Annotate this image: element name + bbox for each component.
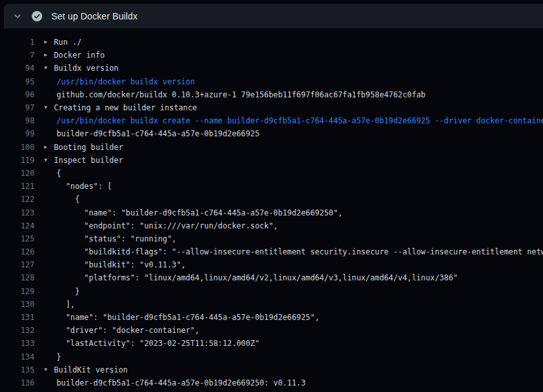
line-number[interactable]: 131	[0, 313, 34, 322]
log-text: {	[57, 195, 80, 204]
line-number[interactable]: 136	[0, 378, 34, 387]
log-group-header[interactable]: 7 ▶ Docker info	[0, 49, 543, 62]
line-number[interactable]: 128	[0, 273, 34, 282]
group-toggle-icon[interactable]: ▼	[44, 105, 53, 110]
log-line: 96 github.com/docker/buildx 0.10.3+azure…	[0, 88, 543, 101]
log-line: 131 "name": "builder-d9cfb5a1-c764-445a-…	[0, 311, 543, 324]
log-line: 132 "driver": "docker-container",	[0, 324, 543, 337]
group-toggle-icon[interactable]: ▶	[44, 145, 53, 150]
line-number[interactable]: 7	[0, 51, 34, 60]
line-number[interactable]: 134	[0, 352, 34, 361]
line-number[interactable]: 133	[0, 339, 34, 348]
log-text: Docker info	[54, 51, 105, 60]
log-line: 121 "nodes": [	[0, 180, 543, 193]
log-line: 124 "endpoint": "unix:///var/run/docker.…	[0, 219, 543, 232]
log-text: Creating a new builder instance	[54, 103, 197, 112]
line-number[interactable]: 98	[0, 116, 34, 125]
log-line: 125 "status": "running",	[0, 232, 543, 245]
group-toggle-icon[interactable]: ▼	[44, 367, 53, 373]
group-toggle-icon[interactable]: ▶	[44, 53, 53, 58]
log-text: "endpoint": "unix:///var/run/docker.sock…	[57, 221, 278, 230]
log-line: 126 "buildkitd-flags": "--allow-insecure…	[0, 245, 543, 258]
line-number[interactable]: 1	[0, 38, 34, 47]
log-text: }	[57, 287, 80, 296]
status-check-icon	[32, 11, 42, 21]
log-text: "name": "builder-d9cfb5a1-c764-445a-a57e…	[57, 313, 320, 322]
line-number[interactable]: 124	[0, 221, 34, 230]
log-text: {	[57, 169, 61, 178]
log-text: Booting builder	[54, 143, 123, 152]
log-line: 130 ],	[0, 298, 543, 311]
log-text: "nodes": [	[57, 182, 112, 191]
line-number[interactable]: 122	[0, 195, 34, 204]
line-number[interactable]: 97	[0, 103, 34, 112]
log-text: "lastActivity": "2023-02-25T11:58:12.000…	[57, 339, 260, 348]
log-line: 129 }	[0, 285, 543, 298]
log-text: ],	[57, 300, 75, 309]
log-text: "platforms": "linux/amd64,linux/amd64/v2…	[57, 273, 458, 282]
line-number[interactable]: 135	[0, 365, 34, 374]
log-text: builder-d9cfb5a1-c764-445a-a57e-0b19d2e6…	[57, 129, 260, 138]
log-text: "status": "running",	[57, 234, 177, 243]
log-text: "buildkitd-flags": "--allow-insecure-ent…	[57, 247, 543, 256]
log-area: 1 ▶ Run ./ 7 ▶ Docker info 94 ▼ Buildx v…	[0, 29, 543, 392]
log-line: 128 "platforms": "linux/amd64,linux/amd6…	[0, 271, 543, 284]
log-line: 122 {	[0, 193, 543, 206]
log-text: /usr/bin/docker buildx version	[57, 77, 195, 86]
log-group-header[interactable]: 94 ▼ Buildx version	[0, 62, 543, 75]
log-line: 134 }	[0, 350, 543, 363]
log-group-header[interactable]: 119 ▼ Inspect builder	[0, 154, 543, 167]
line-number[interactable]: 121	[0, 182, 34, 191]
log-group-header[interactable]: 100 ▶ Booting builder	[0, 141, 543, 154]
log-line: 98 /usr/bin/docker buildx create --name …	[0, 114, 543, 127]
line-number[interactable]: 132	[0, 326, 34, 335]
group-toggle-icon[interactable]: ▶	[44, 40, 53, 45]
log-line: 123 "name": "builder-d9cfb5a1-c764-445a-…	[0, 206, 543, 219]
log-group-header[interactable]: 135 ▼ BuildKit version	[0, 363, 543, 376]
log-line: 95 /usr/bin/docker buildx version	[0, 75, 543, 88]
log-line: 99 builder-d9cfb5a1-c764-445a-a57e-0b19d…	[0, 127, 543, 140]
log-line: 133 "lastActivity": "2023-02-25T11:58:12…	[0, 337, 543, 350]
log-text: "driver": "docker-container",	[57, 326, 199, 335]
group-toggle-icon[interactable]: ▼	[44, 158, 53, 163]
line-number[interactable]: 126	[0, 247, 34, 256]
line-number[interactable]: 130	[0, 300, 34, 309]
line-number[interactable]: 94	[0, 64, 34, 73]
log-text: Run ./	[54, 38, 82, 47]
group-toggle-icon[interactable]: ▼	[44, 66, 53, 71]
log-text: builder-d9cfb5a1-c764-445a-a57e-0b19d2e6…	[57, 378, 306, 387]
line-number[interactable]: 95	[0, 77, 34, 86]
log-text: "buildkit": "v0.11.3",	[57, 260, 186, 269]
log-line: 120 {	[0, 167, 543, 180]
line-number[interactable]: 120	[0, 169, 34, 178]
line-number[interactable]: 119	[0, 156, 34, 165]
log-group-header[interactable]: 1 ▶ Run ./	[0, 36, 543, 49]
line-number[interactable]: 129	[0, 287, 34, 296]
log-text: BuildKit version	[54, 365, 128, 374]
line-number[interactable]: 125	[0, 234, 34, 243]
chevron-down-icon[interactable]	[12, 11, 23, 21]
log-line: 136 builder-d9cfb5a1-c764-445a-a57e-0b19…	[0, 376, 543, 389]
line-number[interactable]: 96	[0, 90, 34, 99]
step-header[interactable]: Set up Docker Buildx	[4, 4, 543, 29]
step-title: Set up Docker Buildx	[51, 11, 138, 21]
line-number[interactable]: 100	[0, 143, 34, 152]
log-group-header[interactable]: 97 ▼ Creating a new builder instance	[0, 101, 543, 114]
line-number[interactable]: 127	[0, 260, 34, 269]
log-text: github.com/docker/buildx 0.10.3+azure-1 …	[57, 90, 425, 99]
log-text: "name": "builder-d9cfb5a1-c764-445a-a57e…	[57, 208, 342, 217]
line-number[interactable]: 123	[0, 208, 34, 217]
log-line: 127 "buildkit": "v0.11.3",	[0, 258, 543, 271]
log-text: }	[57, 352, 61, 361]
line-number[interactable]: 99	[0, 129, 34, 138]
log-text: /usr/bin/docker buildx create --name bui…	[57, 116, 543, 125]
log-text: Buildx version	[54, 64, 118, 73]
log-text: Inspect builder	[54, 156, 123, 165]
